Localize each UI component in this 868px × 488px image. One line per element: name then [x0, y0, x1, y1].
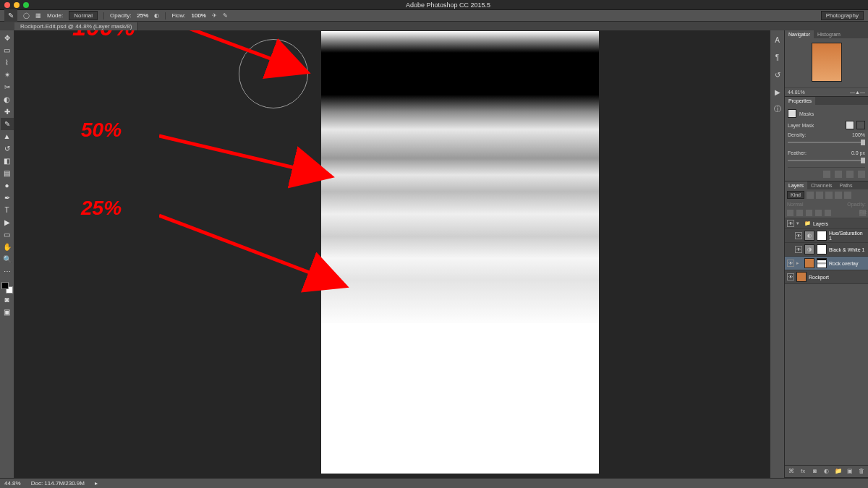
pressure-opacity-icon[interactable]: ◐ — [154, 12, 159, 19]
type-tool[interactable]: T — [1, 204, 14, 216]
visibility-toggle[interactable]: 👁 — [795, 246, 802, 253]
expand-icon[interactable]: ▸ — [796, 260, 802, 266]
link-layers-icon[interactable]: ⌘ — [788, 468, 795, 475]
quick-mask-icon[interactable]: ◙ — [1, 294, 14, 306]
window-controls[interactable] — [4, 2, 29, 8]
vector-mask-button[interactable] — [856, 121, 865, 129]
apply-mask-icon[interactable] — [835, 171, 842, 178]
character-panel-icon[interactable]: A — [773, 35, 783, 45]
paragraph-panel-icon[interactable]: ¶ — [773, 52, 783, 62]
marquee-tool[interactable]: ▭ — [1, 44, 14, 56]
zoom-slider[interactable]: —▲— — [850, 90, 865, 95]
density-slider[interactable] — [788, 142, 865, 143]
move-tool[interactable]: ✥ — [1, 32, 14, 44]
mask-from-selection-icon[interactable] — [823, 171, 830, 178]
layer-group[interactable]: 👁 ▾ 📁 Layers — [785, 218, 868, 229]
visibility-toggle[interactable]: 👁 — [787, 220, 794, 227]
stamp-tool[interactable]: ▲ — [1, 130, 14, 142]
color-swatch[interactable] — [1, 282, 13, 294]
path-select-tool[interactable]: ▶ — [1, 216, 14, 228]
zoom-icon[interactable] — [23, 2, 29, 8]
airbrush-icon[interactable]: ✈ — [212, 12, 217, 19]
flow-field[interactable]: 100% — [192, 12, 206, 19]
document-tab[interactable]: Rockport-Edit.psd @ 44.8% (Layer mask/8) — [14, 22, 138, 30]
blend-mode-select[interactable]: Normal — [787, 202, 804, 207]
healing-tool[interactable]: ✚ — [1, 106, 14, 118]
shape-tool[interactable]: ▭ — [1, 228, 14, 241]
workspace-switcher[interactable]: Photography — [821, 11, 864, 20]
layer-thumb[interactable] — [796, 272, 807, 282]
eraser-tool[interactable]: ◧ — [1, 155, 14, 167]
filter-shape-icon[interactable] — [835, 192, 842, 199]
canvas-area[interactable]: 100% 50% 25% — [14, 30, 770, 478]
layer-filter-kind[interactable]: Kind — [787, 191, 804, 199]
delete-mask-icon[interactable] — [858, 171, 865, 178]
info-panel-icon[interactable]: ⓘ — [773, 104, 783, 114]
close-icon[interactable] — [4, 2, 10, 8]
hand-tool[interactable]: ✋ — [1, 241, 14, 253]
lock-all-icon[interactable] — [825, 210, 831, 216]
visibility-toggle[interactable]: 👁 — [795, 232, 802, 239]
new-adjustment-icon[interactable]: ◐ — [822, 468, 830, 475]
opacity-field[interactable]: 25% — [137, 12, 148, 19]
layer-row[interactable]: 👁 ◐ Hue/Saturation 1 — [785, 229, 868, 243]
eyedropper-tool[interactable]: ◐ — [1, 93, 14, 106]
lock-transparent-icon[interactable] — [787, 210, 793, 216]
layer-row[interactable]: 👁 ◑ Black & White 1 — [785, 243, 868, 257]
layer-row[interactable]: 👁 Rockport — [785, 270, 868, 284]
layer-mask-thumb[interactable] — [817, 231, 827, 241]
filter-type-icon[interactable] — [825, 192, 833, 199]
tab-histogram[interactable]: Histogram — [814, 30, 844, 38]
tab-channels[interactable]: Channels — [807, 181, 836, 189]
minimize-icon[interactable] — [14, 2, 20, 8]
feather-slider[interactable] — [788, 160, 865, 161]
new-group-icon[interactable]: 📁 — [835, 468, 842, 475]
layer-name[interactable]: Hue/Saturation 1 — [829, 231, 866, 241]
history-panel-icon[interactable]: ↺ — [773, 69, 783, 80]
visibility-toggle[interactable]: 👁 — [787, 260, 794, 267]
filter-smart-icon[interactable] — [844, 192, 851, 199]
layer-name[interactable]: Layers — [813, 221, 866, 226]
layer-thumb[interactable] — [804, 258, 814, 268]
layer-name[interactable]: Rockport — [809, 275, 866, 280]
brush-panel-icon[interactable]: ▦ — [35, 12, 41, 19]
layer-mask-thumb[interactable] — [817, 244, 827, 254]
pen-tool[interactable]: ✒ — [1, 192, 14, 204]
screen-mode-icon[interactable]: ▣ — [1, 306, 14, 318]
disable-mask-icon[interactable] — [846, 171, 854, 178]
tab-layers[interactable]: Layers — [785, 181, 807, 189]
layer-row[interactable]: 👁 ▸ Rock overlay — [785, 257, 868, 270]
pixel-mask-button[interactable] — [846, 121, 854, 129]
brush-preset-icon[interactable]: ✎ — [4, 9, 17, 22]
filter-pixel-icon[interactable] — [807, 192, 814, 199]
blend-mode-select[interactable]: Normal — [69, 11, 98, 20]
quick-select-tool[interactable]: ✴ — [1, 69, 14, 81]
visibility-toggle[interactable]: 👁 — [787, 273, 794, 281]
crop-tool[interactable]: ✂ — [1, 81, 14, 93]
feather-value[interactable]: 0.0 px — [851, 150, 865, 155]
gradient-tool[interactable]: ▤ — [1, 167, 14, 179]
tab-paths[interactable]: Paths — [836, 181, 856, 189]
tab-properties[interactable]: Properties — [785, 97, 815, 105]
actions-panel-icon[interactable]: ▶ — [773, 87, 783, 97]
delete-layer-icon[interactable]: 🗑 — [858, 468, 865, 475]
document-canvas[interactable] — [321, 31, 599, 474]
lasso-tool[interactable]: ⌇ — [1, 56, 14, 69]
tab-navigator[interactable]: Navigator — [785, 30, 814, 38]
expand-icon[interactable]: ▾ — [796, 221, 802, 226]
foreground-color[interactable] — [1, 282, 9, 289]
layer-name[interactable]: Black & White 1 — [829, 247, 866, 252]
status-menu-icon[interactable]: ▸ — [95, 480, 98, 487]
lock-position-icon[interactable] — [806, 210, 812, 216]
history-brush-tool[interactable]: ↺ — [1, 142, 14, 155]
status-doc-size[interactable]: Doc: 114.7M/230.9M — [31, 480, 85, 487]
zoom-tool[interactable]: 🔍 — [1, 253, 14, 265]
add-mask-icon[interactable]: ◙ — [811, 468, 818, 475]
lock-artboard-icon[interactable] — [815, 210, 822, 216]
navigator-zoom-value[interactable]: 44.81% — [788, 90, 805, 95]
navigator-thumbnail[interactable] — [812, 43, 842, 82]
edit-toolbar[interactable]: ⋯ — [1, 265, 14, 278]
pressure-size-icon[interactable]: ✎ — [223, 12, 228, 19]
layer-mask-thumb[interactable] — [817, 258, 827, 268]
brush-tool[interactable]: ✎ — [1, 118, 14, 130]
